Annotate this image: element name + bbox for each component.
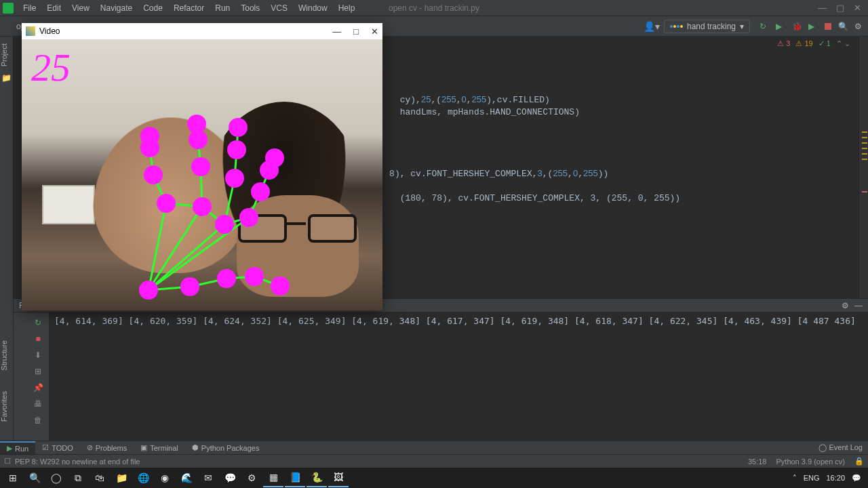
video-taskbar-icon[interactable]: 🖼 [328,468,349,487]
editor-minimap[interactable] [859,37,868,298]
python-taskbar-icon[interactable]: 🐍 [307,468,327,487]
video-minimize-icon[interactable]: — [332,26,341,37]
explorer-icon[interactable]: 📁 [111,468,132,487]
video-app-icon [26,26,35,36]
dropdown-icon: ▾ [740,22,744,31]
word-icon[interactable]: 📘 [285,468,305,487]
svg-point-29 [144,165,163,184]
print-icon[interactable]: 🖶 [34,399,42,409]
start-icon[interactable]: ⊞ [3,468,23,487]
svg-point-26 [245,267,264,286]
svg-point-31 [140,127,159,146]
svg-point-33 [191,157,210,176]
settings-taskbar-icon[interactable]: ⚙ [241,468,262,487]
event-log-link[interactable]: ◯ Event Log [818,443,868,452]
run-config-selector[interactable]: hand tracking ▾ [664,20,750,33]
menu-view[interactable]: View [66,0,95,16]
search-taskbar-icon[interactable]: 🔍 [24,468,45,487]
run-icon[interactable]: ▶ [776,22,785,31]
taskview-icon[interactable]: ⧉ [68,468,88,487]
app-icon-1[interactable]: ◉ [155,468,175,487]
tab-terminal[interactable]: ▣Terminal [134,441,185,454]
tray-chevron-icon[interactable]: ˄ [793,474,797,483]
minimize-icon[interactable]: — [818,3,827,13]
console-output[interactable]: [4, 614, 369] [4, 620, 359] [4, 624, 352… [49,312,868,447]
settings-icon[interactable]: ⚙ [854,22,864,31]
hand-landmarks-overlay [22,39,382,310]
svg-point-36 [215,215,234,234]
ide-menubar: FileEditViewNavigateCodeRefactorRunTools… [0,0,868,16]
run-action-toolbar: ↻ ■ ⬇ ⊞ 📌 🖶 🗑 [27,312,49,447]
run-settings-icon[interactable]: ⚙ [842,301,849,310]
svg-point-43 [265,148,284,167]
video-titlebar[interactable]: Video — □ ✕ [22,23,382,39]
svg-point-25 [217,269,236,288]
svg-point-40 [239,208,258,227]
run-tool-window: R… ⚙ — ↻ ■ ⬇ ⊞ 📌 🖶 🗑 [4, 614, 369] [4, 6… [14,298,868,454]
rerun-icon[interactable]: ↻ [760,22,769,31]
window-title: open cv - hand trackin.py [389,3,479,13]
caret-position[interactable]: 35:18 [748,458,767,466]
stop-icon[interactable] [825,23,831,30]
menu-run[interactable]: Run [210,0,235,16]
mail-icon[interactable]: ✉ [198,468,218,487]
opencv-video-window[interactable]: Video — □ ✕ 25 [22,23,382,310]
language-indicator[interactable]: ENG [804,474,820,482]
maximize-icon[interactable]: ▢ [836,3,844,13]
menu-window[interactable]: Window [293,0,333,16]
menu-edit[interactable]: Edit [41,0,66,16]
whatsapp-icon[interactable]: 💬 [220,468,240,487]
layout-icon[interactable]: ⊞ [35,367,41,376]
svg-point-35 [187,115,206,134]
clock[interactable]: 16:20 [826,474,845,482]
menu-refactor[interactable]: Refactor [168,0,210,16]
svg-point-27 [271,277,290,296]
notifications-icon[interactable]: 💬 [852,474,861,483]
inspection-summary[interactable]: ⚠ 3 ⚠ 19 ✓ 1 ⌃ ⌄ [777,39,850,48]
interpreter-label[interactable]: Python 3.9 (open cv) [776,458,845,466]
menu-vcs[interactable]: VCS [265,0,293,16]
bottom-tool-tabs: ▶Run ☑TODO ⊘Problems ▣Terminal ⬢Python P… [0,441,868,454]
svg-point-32 [193,197,212,216]
status-bar: ☐ PEP 8: W292 no newline at end of file … [0,454,868,468]
close-icon[interactable]: ✕ [854,3,861,13]
down-icon[interactable]: ⬇ [35,350,41,360]
structure-tool[interactable]: Structure [0,340,8,371]
pin-icon[interactable]: 📌 [33,383,43,392]
menu-help[interactable]: Help [333,0,361,16]
tab-todo[interactable]: ☑TODO [35,441,80,454]
chrome-icon[interactable]: 🌐 [133,468,153,487]
video-maximize-icon[interactable]: □ [353,26,359,37]
cortana-icon[interactable]: ◯ [46,468,66,487]
tab-problems[interactable]: ⊘Problems [80,441,134,454]
menu-code[interactable]: Code [138,0,168,16]
stop-action-icon[interactable]: ■ [35,334,40,344]
video-close-icon[interactable]: ✕ [371,26,378,37]
menu-file[interactable]: File [18,0,41,16]
lock-icon[interactable]: 🔒 [854,457,864,466]
tab-python-packages[interactable]: ⬢Python Packages [185,441,267,454]
favorites-tool[interactable]: Favorites [0,391,8,422]
run-coverage-icon[interactable]: ▶ [808,22,818,31]
left-tool-strip: Project 📁 Structure Favorites [0,37,14,454]
svg-point-38 [227,140,246,159]
run-minimize-icon[interactable]: — [854,301,863,310]
debug-icon[interactable]: 🐞 [792,22,802,31]
tab-run[interactable]: ▶Run [0,441,35,454]
store-icon[interactable]: 🛍 [90,468,110,487]
menu-tools[interactable]: Tools [235,0,265,16]
svg-point-28 [157,194,176,213]
video-title: Video [39,26,60,36]
pycharm-icon [3,3,14,14]
pycharm-taskbar-icon[interactable]: ▦ [263,468,283,487]
user-icon[interactable]: 👤▾ [644,21,660,32]
trash-icon[interactable]: 🗑 [34,415,42,425]
windows-taskbar: ⊞ 🔍 ◯ ⧉ 🛍 📁 🌐 ◉ 🌊 ✉ 💬 ⚙ ▦ 📘 🐍 🖼 ˄ ENG 16… [0,468,868,488]
menu-navigate[interactable]: Navigate [95,0,138,16]
status-icon[interactable]: ☐ [4,457,11,466]
search-icon[interactable]: 🔍 [838,22,848,31]
video-frame: 25 [22,39,382,310]
project-tool[interactable]: Project [0,43,8,66]
edge-icon[interactable]: 🌊 [176,468,197,487]
rerun-action-icon[interactable]: ↻ [35,318,41,327]
